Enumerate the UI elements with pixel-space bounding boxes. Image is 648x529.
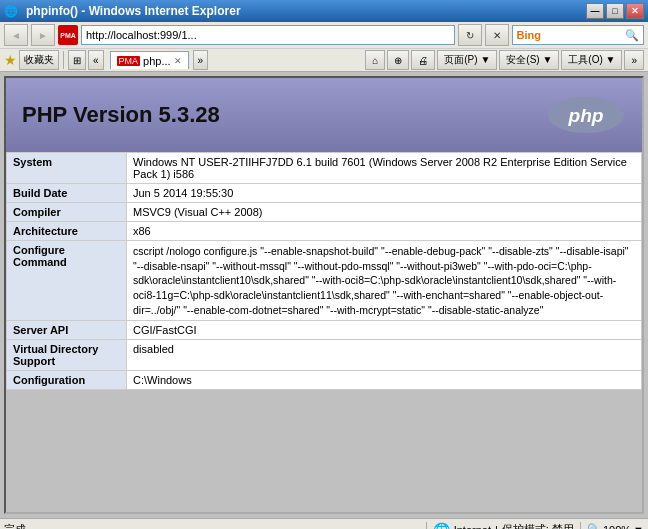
table-row: Virtual Directory Supportdisabled xyxy=(7,340,642,371)
status-zone: 🌐 Internet | 保护模式: 禁用 xyxy=(433,522,574,530)
globe-icon: 🌐 xyxy=(433,522,450,530)
table-row: ConfigurationC:\Windows xyxy=(7,371,642,390)
favorites-button[interactable]: 收藏夹 xyxy=(19,50,59,70)
zoom-icon: 🔍 xyxy=(587,523,601,529)
address-bar: ◄ ► PMA ↻ ✕ Bing 🔍 xyxy=(0,22,648,49)
row-value: x86 xyxy=(127,222,642,241)
safety-label: 安全(S) ▼ xyxy=(506,53,552,67)
pma-icon: PMA xyxy=(58,25,78,45)
row-label: Compiler xyxy=(7,203,127,222)
more-tools-button[interactable]: » xyxy=(624,50,644,70)
svg-text:php: php xyxy=(567,105,603,126)
bookmarks-bar: ★ 收藏夹 ⊞ « PMA php... ✕ » ⌂ ⊕ xyxy=(0,49,648,71)
row-label: Build Date xyxy=(7,184,127,203)
chevron-left-icon: « xyxy=(93,55,99,66)
grid-icon: ⊞ xyxy=(73,55,81,66)
back-button[interactable]: ◄ xyxy=(4,24,28,46)
content-area[interactable]: PHP Version 5.3.28 php SystemWindows NT … xyxy=(6,78,642,512)
zoom-button[interactable]: 🔍 100% ▼ xyxy=(587,523,644,529)
window-controls: — □ ✕ xyxy=(586,3,644,19)
bing-logo: Bing xyxy=(517,29,541,41)
row-value: Windows NT USER-2TIIHFJ7DD 6.1 build 760… xyxy=(127,153,642,184)
table-row: Configure Commandcscript /nologo configu… xyxy=(7,241,642,321)
print-icon: 🖨 xyxy=(418,55,428,66)
tools-label: 工具(O) ▼ xyxy=(568,53,615,67)
search-input[interactable] xyxy=(543,29,623,41)
page-label: 页面(P) ▼ xyxy=(444,53,490,67)
tab-pma-icon: PMA xyxy=(117,56,141,66)
active-tab[interactable]: PMA php... ✕ xyxy=(110,51,189,69)
protection-label: 保护模式: 禁用 xyxy=(502,522,574,529)
info-table: SystemWindows NT USER-2TIIHFJ7DD 6.1 bui… xyxy=(6,152,642,390)
table-row: Server APICGI/FastCGI xyxy=(7,321,642,340)
zoom-chevron-icon: ▼ xyxy=(633,524,644,530)
close-button[interactable]: ✕ xyxy=(626,3,644,19)
right-toolbar: ⌂ ⊕ 🖨 页面(P) ▼ 安全(S) ▼ 工具(O) ▼ » xyxy=(365,50,644,70)
zoom-level: 100% xyxy=(603,524,631,530)
row-label: Configuration xyxy=(7,371,127,390)
favorites-label: 收藏夹 xyxy=(24,53,54,67)
more-tools-icon: » xyxy=(631,55,637,66)
search-box: Bing 🔍 xyxy=(512,25,644,45)
row-label: Architecture xyxy=(7,222,127,241)
refresh-button[interactable]: ↻ xyxy=(458,24,482,46)
row-value: cscript /nologo configure.js "--enable-s… xyxy=(127,241,642,321)
row-label: Configure Command xyxy=(7,241,127,321)
separator-1 xyxy=(63,51,64,69)
window-title: phpinfo() - Windows Internet Explorer xyxy=(22,4,586,18)
safety-button[interactable]: 安全(S) ▼ xyxy=(499,50,559,70)
row-value: disabled xyxy=(127,340,642,371)
maximize-button[interactable]: □ xyxy=(606,3,624,19)
content-frame: PHP Version 5.3.28 php SystemWindows NT … xyxy=(4,76,644,514)
php-logo: php xyxy=(546,90,626,140)
grid-button[interactable]: ⊞ xyxy=(68,50,86,70)
table-row: SystemWindows NT USER-2TIIHFJ7DD 6.1 bui… xyxy=(7,153,642,184)
zone-label: Internet xyxy=(454,524,491,530)
search-icon[interactable]: 🔍 xyxy=(625,29,639,42)
chevron-left-button[interactable]: « xyxy=(88,50,104,70)
minimize-button[interactable]: — xyxy=(586,3,604,19)
php-header: PHP Version 5.3.28 php xyxy=(6,78,642,152)
window-titlebar: 🌐 phpinfo() - Windows Internet Explorer … xyxy=(0,0,648,22)
row-value: MSVC9 (Visual C++ 2008) xyxy=(127,203,642,222)
home-button[interactable]: ⌂ xyxy=(365,50,385,70)
tools-button[interactable]: 工具(O) ▼ xyxy=(561,50,622,70)
feeds-button[interactable]: ⊕ xyxy=(387,50,409,70)
feeds-icon: ⊕ xyxy=(394,55,402,66)
row-label: Virtual Directory Support xyxy=(7,340,127,371)
row-label: System xyxy=(7,153,127,184)
address-input[interactable] xyxy=(81,25,455,45)
row-value: CGI/FastCGI xyxy=(127,321,642,340)
table-row: CompilerMSVC9 (Visual C++ 2008) xyxy=(7,203,642,222)
statusbar: 完成 🌐 Internet | 保护模式: 禁用 🔍 100% ▼ xyxy=(0,518,648,529)
tab-close-icon[interactable]: ✕ xyxy=(174,56,182,66)
more-tabs-icon: » xyxy=(198,55,204,66)
page-button[interactable]: 页面(P) ▼ xyxy=(437,50,497,70)
home-icon: ⌂ xyxy=(372,55,378,66)
tab-label: php... xyxy=(143,55,171,67)
more-tabs-button[interactable]: » xyxy=(193,50,209,70)
print-button[interactable]: 🖨 xyxy=(411,50,435,70)
status-divider-2 xyxy=(580,522,581,530)
table-row: Build DateJun 5 2014 19:55:30 xyxy=(7,184,642,203)
separator: | xyxy=(495,524,498,530)
toolbar-area: ◄ ► PMA ↻ ✕ Bing 🔍 ★ 收藏夹 ⊞ « PMA php. xyxy=(0,22,648,72)
php-version-title: PHP Version 5.3.28 xyxy=(22,102,220,128)
row-value: C:\Windows xyxy=(127,371,642,390)
row-label: Server API xyxy=(7,321,127,340)
row-value: Jun 5 2014 19:55:30 xyxy=(127,184,642,203)
stop-button[interactable]: ✕ xyxy=(485,24,509,46)
status-text: 完成 xyxy=(4,522,420,529)
status-divider-1 xyxy=(426,522,427,530)
table-row: Architecturex86 xyxy=(7,222,642,241)
forward-button[interactable]: ► xyxy=(31,24,55,46)
favorites-star-icon[interactable]: ★ xyxy=(4,52,17,68)
